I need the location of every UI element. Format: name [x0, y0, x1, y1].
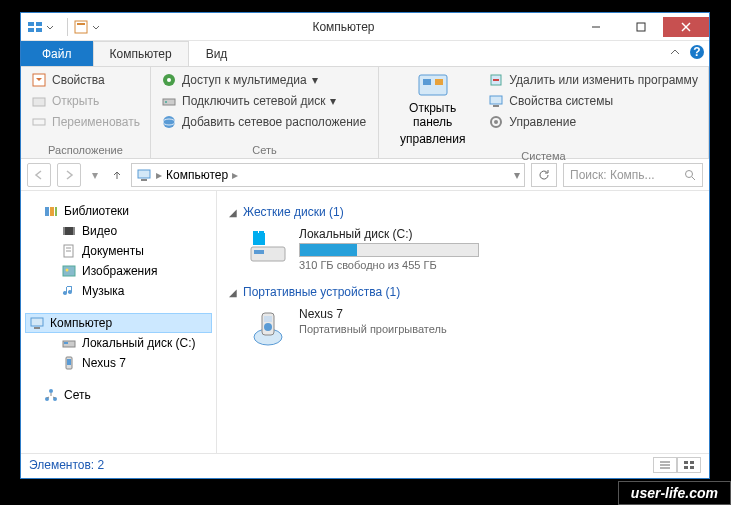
content-area: Библиотеки Видео Документы Изображения М… [21, 191, 709, 453]
ribbon-add-location[interactable]: Добавить сетевое расположение [159, 113, 368, 131]
svg-rect-34 [45, 207, 49, 216]
maximize-button[interactable] [618, 17, 663, 37]
breadcrumb-item[interactable]: Компьютер [166, 168, 228, 182]
group-hard-disks[interactable]: ◢Жесткие диски (1) [229, 205, 697, 219]
open-icon [31, 93, 47, 109]
quick-access-toolbar [21, 18, 114, 36]
video-icon [61, 223, 77, 239]
up-button[interactable] [109, 163, 125, 187]
disk-usage-fill [300, 244, 357, 256]
history-dropdown[interactable]: ▾ [87, 163, 103, 187]
status-bar: Элементов: 2 [21, 453, 709, 475]
ribbon-system-props[interactable]: Свойства системы [486, 92, 700, 110]
chevron-right-icon[interactable]: ▸ [232, 168, 238, 182]
collapse-icon: ◢ [229, 287, 237, 298]
svg-point-16 [167, 78, 171, 82]
svg-rect-59 [259, 231, 264, 236]
search-icon [684, 169, 696, 181]
ribbon-open: Открыть [29, 92, 142, 110]
svg-rect-55 [254, 250, 264, 254]
local-disk-item[interactable]: Локальный диск (C:) 310 ГБ свободно из 4… [247, 227, 697, 271]
tree-network[interactable]: Сеть [25, 385, 212, 405]
tree-nexus[interactable]: Nexus 7 [25, 353, 212, 373]
pictures-icon [61, 263, 77, 279]
group-portable-devices[interactable]: ◢Портативные устройства (1) [229, 285, 697, 299]
ribbon: Свойства Открыть Переименовать Расположе… [21, 67, 709, 159]
explorer-window: Компьютер Файл Компьютер Вид ? Свойства … [20, 12, 710, 479]
rename-icon [31, 114, 47, 130]
title-bar: Компьютер [21, 13, 709, 41]
ribbon-control-panel[interactable]: Открыть панель управления [387, 71, 478, 148]
icons-view-button[interactable] [677, 457, 701, 473]
minimize-button[interactable] [573, 17, 618, 37]
svg-rect-1 [36, 22, 42, 26]
close-button[interactable] [663, 17, 709, 37]
device-type: Портативный проигрыватель [299, 323, 447, 335]
svg-rect-23 [435, 79, 443, 85]
ribbon-map-drive[interactable]: Подключить сетевой диск▾ [159, 92, 368, 110]
ribbon-tabs: Файл Компьютер Вид ? [21, 41, 709, 67]
svg-rect-3 [36, 28, 42, 32]
collapse-icon: ◢ [229, 207, 237, 218]
tree-libraries[interactable]: Библиотеки [25, 201, 212, 221]
tree-pictures[interactable]: Изображения [25, 261, 212, 281]
device-icon [61, 355, 77, 371]
tree-video[interactable]: Видео [25, 221, 212, 241]
music-icon [61, 283, 77, 299]
navigation-tree: Библиотеки Видео Документы Изображения М… [21, 191, 217, 453]
properties-icon [31, 72, 47, 88]
group-label: Система [387, 148, 700, 162]
window-controls [573, 17, 709, 37]
ribbon-properties[interactable]: Свойства [29, 71, 142, 89]
svg-rect-45 [31, 318, 43, 326]
dropdown-icon[interactable]: ▾ [514, 168, 520, 182]
svg-rect-5 [77, 23, 85, 25]
qat-dropdown-icon[interactable] [46, 19, 62, 35]
dropdown-icon: ▾ [330, 94, 336, 108]
disk-icon [247, 227, 289, 269]
tab-file[interactable]: Файл [21, 41, 93, 66]
search-placeholder: Поиск: Компь... [570, 168, 655, 182]
address-bar[interactable]: ▸ Компьютер ▸ ▾ [131, 163, 525, 187]
tree-music[interactable]: Музыка [25, 281, 212, 301]
search-box[interactable]: Поиск: Компь... [563, 163, 703, 187]
ribbon-uninstall[interactable]: Удалить или изменить программу [486, 71, 700, 89]
svg-rect-17 [163, 99, 175, 105]
disk-usage-bar [299, 243, 479, 257]
tree-computer[interactable]: Компьютер [25, 313, 212, 333]
svg-point-44 [66, 269, 69, 272]
svg-rect-36 [55, 207, 57, 216]
dropdown-icon: ▾ [312, 73, 318, 87]
qat-dropdown-icon[interactable] [92, 19, 108, 35]
tree-documents[interactable]: Документы [25, 241, 212, 261]
ribbon-rename: Переименовать [29, 113, 142, 131]
help-icon[interactable]: ? [689, 44, 705, 60]
tree-local-disk[interactable]: Локальный диск (C:) [25, 333, 212, 353]
properties-icon[interactable] [73, 19, 89, 35]
ribbon-media-access[interactable]: Доступ к мультимедиа▾ [159, 71, 368, 89]
svg-rect-38 [63, 227, 65, 235]
tab-computer[interactable]: Компьютер [93, 41, 189, 66]
main-panel: ◢Жесткие диски (1) Локальный диск (C:) 3… [217, 191, 709, 453]
ribbon-manage[interactable]: Управление [486, 113, 700, 131]
chevron-right-icon[interactable]: ▸ [156, 168, 162, 182]
forward-button[interactable] [57, 163, 81, 187]
tab-view[interactable]: Вид [189, 41, 245, 66]
network-icon [43, 387, 59, 403]
svg-rect-35 [50, 207, 54, 216]
disk-free-text: 310 ГБ свободно из 455 ГБ [299, 259, 479, 271]
documents-icon [61, 243, 77, 259]
manage-icon [488, 114, 504, 130]
drive-icon [161, 93, 177, 109]
separator [67, 18, 68, 36]
svg-rect-27 [493, 105, 499, 107]
svg-point-53 [49, 389, 53, 393]
libraries-icon [43, 203, 59, 219]
svg-rect-58 [253, 231, 258, 236]
back-button[interactable] [27, 163, 51, 187]
refresh-button[interactable] [531, 163, 557, 187]
details-view-button[interactable] [653, 457, 677, 473]
collapse-ribbon-icon[interactable] [669, 46, 681, 58]
nexus-device-item[interactable]: Nexus 7 Портативный проигрыватель [247, 307, 697, 349]
svg-rect-46 [34, 327, 40, 329]
